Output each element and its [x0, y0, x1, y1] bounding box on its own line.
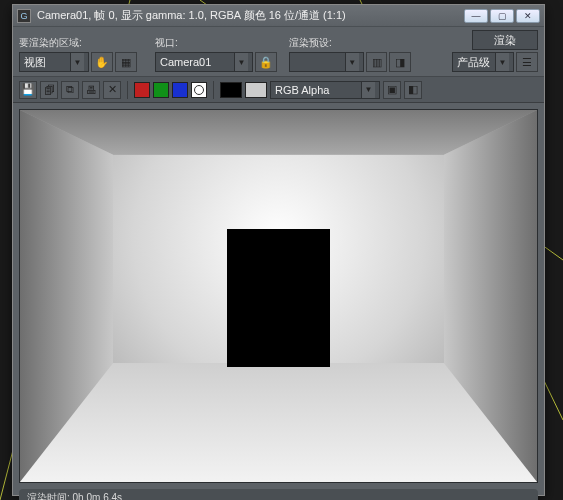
- lock-icon[interactable]: 🔒: [255, 52, 277, 72]
- rendered-object: [227, 229, 330, 367]
- toolbar-secondary: 💾 🗐 ⧉ 🖶 ✕ RGB Alpha ▼ ▣ ◧: [13, 77, 544, 103]
- close-button[interactable]: ✕: [516, 9, 540, 23]
- output-value: 产品级: [457, 55, 490, 70]
- region-crop-icon[interactable]: ▦: [115, 52, 137, 72]
- chevron-down-icon: ▼: [495, 53, 509, 71]
- clear-icon[interactable]: ✕: [103, 81, 121, 99]
- print-icon[interactable]: 🖶: [82, 81, 100, 99]
- minimize-button[interactable]: —: [464, 9, 488, 23]
- status-bar: 渲染时间: 0h 0m 6.4s: [19, 489, 538, 500]
- render-time-label: 渲染时间: 0h 0m 6.4s: [27, 491, 122, 500]
- preset-label: 渲染预设:: [289, 36, 411, 50]
- clone-icon[interactable]: ⧉: [61, 81, 79, 99]
- output-options-icon[interactable]: ☰: [516, 52, 538, 72]
- channel-select[interactable]: RGB Alpha ▼: [270, 81, 380, 99]
- sample-grey[interactable]: [245, 82, 267, 98]
- render-frame-window: G Camera01, 帧 0, 显示 gamma: 1.0, RGBA 颜色 …: [12, 4, 545, 496]
- fit-icon[interactable]: ▣: [383, 81, 401, 99]
- render-viewport[interactable]: [19, 109, 538, 483]
- viewport-value: Camera01: [160, 56, 211, 68]
- titlebar[interactable]: G Camera01, 帧 0, 显示 gamma: 1.0, RGBA 颜色 …: [13, 5, 544, 27]
- window-title: Camera01, 帧 0, 显示 gamma: 1.0, RGBA 颜色 16…: [37, 8, 464, 23]
- preset-settings-icon[interactable]: ◨: [389, 52, 411, 72]
- auto-region-icon[interactable]: ✋: [91, 52, 113, 72]
- rendered-image: [20, 110, 537, 482]
- swatch-blue[interactable]: [172, 82, 188, 98]
- maximize-button[interactable]: ▢: [490, 9, 514, 23]
- app-icon: G: [17, 9, 31, 23]
- chevron-down-icon: ▼: [234, 53, 248, 71]
- output-select[interactable]: 产品级 ▼: [452, 52, 514, 72]
- save-icon[interactable]: 💾: [19, 81, 37, 99]
- preset-edit-icon[interactable]: ▥: [366, 52, 388, 72]
- channel-value: RGB Alpha: [275, 84, 329, 96]
- chevron-down-icon: ▼: [361, 82, 375, 98]
- control-row: 要渲染的区域: 视图 ▼ ✋ ▦ 视口: Camera01 ▼ 🔒 渲染预: [13, 27, 544, 77]
- render-button[interactable]: 渲染: [472, 30, 538, 50]
- swatch-green[interactable]: [153, 82, 169, 98]
- sample-black[interactable]: [220, 82, 242, 98]
- region-value: 视图: [24, 55, 46, 70]
- swatch-alpha[interactable]: [191, 82, 207, 98]
- chevron-down-icon: ▼: [345, 53, 359, 71]
- region-select[interactable]: 视图 ▼: [19, 52, 89, 72]
- chevron-down-icon: ▼: [70, 53, 84, 71]
- region-label: 要渲染的区域:: [19, 36, 149, 50]
- preset-select[interactable]: ▼: [289, 52, 364, 72]
- toggle-overlay-icon[interactable]: ◧: [404, 81, 422, 99]
- swatch-red[interactable]: [134, 82, 150, 98]
- viewport-select[interactable]: Camera01 ▼: [155, 52, 253, 72]
- copy-icon[interactable]: 🗐: [40, 81, 58, 99]
- viewport-label: 视口:: [155, 36, 283, 50]
